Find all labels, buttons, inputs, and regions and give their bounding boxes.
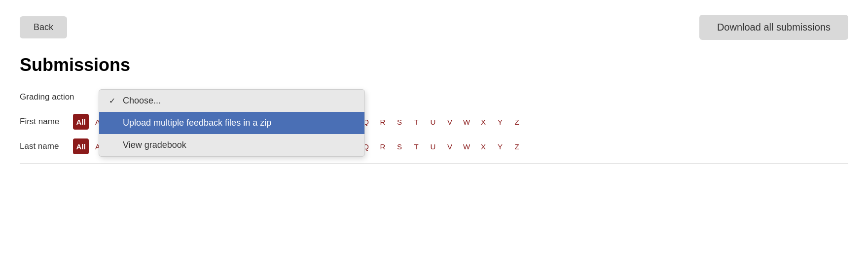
dropdown-item-choose-label: Choose... bbox=[123, 96, 161, 106]
check-icon: ✓ bbox=[109, 96, 118, 105]
last-name-letter-s[interactable]: S bbox=[392, 138, 407, 154]
last-name-letter-z[interactable]: Z bbox=[509, 138, 525, 154]
first-name-letter-z[interactable]: Z bbox=[509, 114, 525, 130]
bottom-divider bbox=[20, 163, 848, 164]
last-name-letter-y[interactable]: Y bbox=[492, 138, 508, 154]
first-name-label: First name bbox=[20, 117, 69, 127]
page-wrapper: Back Download all submissions Submission… bbox=[0, 0, 868, 275]
dropdown-item-upload-zip[interactable]: Upload multiple feedback files in a zip bbox=[99, 112, 364, 134]
first-name-letter-s[interactable]: S bbox=[392, 114, 407, 130]
last-name-letter-all[interactable]: All bbox=[73, 138, 89, 154]
last-name-letter-x[interactable]: X bbox=[475, 138, 491, 154]
last-name-label: Last name bbox=[20, 141, 69, 151]
first-name-letter-t[interactable]: T bbox=[408, 114, 424, 130]
grading-action-label: Grading action bbox=[20, 89, 99, 102]
first-name-letter-r[interactable]: R bbox=[375, 114, 391, 130]
first-name-letter-w[interactable]: W bbox=[459, 114, 474, 130]
first-name-letter-y[interactable]: Y bbox=[492, 114, 508, 130]
back-button[interactable]: Back bbox=[20, 16, 67, 38]
last-name-letter-t[interactable]: T bbox=[408, 138, 424, 154]
first-name-letter-u[interactable]: U bbox=[425, 114, 441, 130]
last-name-letter-v[interactable]: V bbox=[442, 138, 458, 154]
grading-action-row: Grading action ✓ Choose... Upload multip… bbox=[20, 89, 848, 102]
dropdown-item-gradebook[interactable]: View gradebook bbox=[99, 134, 364, 156]
dropdown-item-gradebook-label: View gradebook bbox=[123, 140, 186, 150]
last-name-letter-r[interactable]: R bbox=[375, 138, 391, 154]
top-bar: Back Download all submissions bbox=[20, 15, 848, 40]
dropdown-item-upload-label: Upload multiple feedback files in a zip bbox=[123, 118, 271, 128]
last-name-letter-w[interactable]: W bbox=[459, 138, 474, 154]
page-title: Submissions bbox=[20, 55, 848, 75]
first-name-letter-all[interactable]: All bbox=[73, 114, 89, 130]
dropdown-menu: ✓ Choose... Upload multiple feedback fil… bbox=[99, 89, 365, 157]
first-name-letter-x[interactable]: X bbox=[475, 114, 491, 130]
last-name-letter-u[interactable]: U bbox=[425, 138, 441, 154]
dropdown-item-choose[interactable]: ✓ Choose... bbox=[99, 90, 364, 112]
download-all-button[interactable]: Download all submissions bbox=[699, 15, 848, 40]
first-name-letter-v[interactable]: V bbox=[442, 114, 458, 130]
